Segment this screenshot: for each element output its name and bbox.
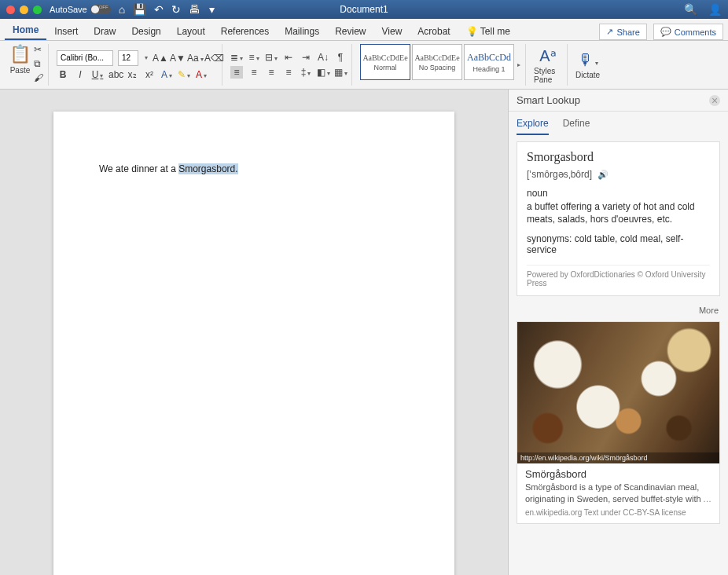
dict-pos: noun — [527, 188, 710, 199]
document-canvas[interactable]: We ate dinner at a Smorgasbord. — [0, 90, 508, 575]
grow-font-icon[interactable]: A▲ — [153, 53, 165, 64]
doc-text-selection[interactable]: Smorgasbord. — [178, 163, 237, 174]
styles-pane-button[interactable]: Aᵃ Styles Pane — [534, 46, 562, 84]
save-icon[interactable]: 💾 — [133, 3, 146, 16]
doc-text-prefix: We ate dinner at a — [99, 163, 178, 174]
font-size-select[interactable] — [118, 50, 138, 66]
font-color-icon[interactable]: A▾ — [195, 69, 208, 80]
subscript-button[interactable]: x₂ — [126, 69, 138, 80]
copy-icon[interactable]: ⧉ — [34, 58, 43, 69]
dictionary-card: Smorgasbord [ˈsmôrgəsˌbôrd] 🔊 noun a buf… — [517, 141, 720, 296]
wiki-card[interactable]: http://en.wikipedia.org/wiki/Smörgåsbord… — [517, 321, 720, 524]
strikethrough-button[interactable]: abc — [108, 69, 121, 80]
clear-format-icon[interactable]: A⌫ — [204, 53, 217, 64]
close-window-icon[interactable] — [6, 5, 15, 14]
tab-layout[interactable]: Layout — [169, 23, 213, 40]
speaker-icon[interactable]: 🔊 — [597, 170, 609, 179]
dict-synonyms: synonyms: cold table, cold meal, self-se… — [527, 233, 710, 255]
autosave-switch[interactable]: OFF — [90, 5, 111, 14]
align-center-icon[interactable]: ≡ — [248, 67, 260, 78]
style-no-spacing[interactable]: AaBbCcDdEe No Spacing — [412, 44, 462, 80]
format-painter-icon[interactable]: 🖌 — [34, 72, 43, 83]
tab-references[interactable]: References — [213, 23, 277, 40]
qat-dropdown-icon[interactable]: ▾ — [209, 3, 215, 16]
tab-view[interactable]: View — [374, 23, 410, 40]
shading-icon[interactable]: ◧▾ — [317, 67, 329, 78]
superscript-button[interactable]: x² — [143, 69, 156, 80]
style-heading1[interactable]: AaBbCcDd Heading 1 — [464, 44, 514, 80]
bulb-icon: 💡 — [466, 26, 478, 37]
underline-button[interactable]: U▾ — [91, 69, 104, 80]
document-page[interactable]: We ate dinner at a Smorgasbord. — [53, 112, 454, 575]
styles-gallery-dropdown-icon[interactable]: ▸ — [517, 61, 520, 68]
tab-insert[interactable]: Insert — [46, 23, 86, 40]
change-case-icon[interactable]: Aa▾ — [187, 53, 200, 64]
wiki-desc-text: Smörgåsbord is a type of Scandinavian me… — [525, 482, 701, 504]
dictate-button[interactable]: 🎙▾ Dictate — [575, 51, 600, 79]
highlight-icon[interactable]: ✎▾ — [178, 69, 190, 80]
wiki-more-icon[interactable]: … — [703, 493, 711, 505]
align-left-icon[interactable]: ≡ — [230, 66, 243, 79]
show-marks-icon[interactable]: ¶ — [334, 52, 347, 63]
style-normal[interactable]: AaBbCcDdEe Normal — [360, 44, 410, 80]
smart-lookup-tabs: Explore Define — [509, 112, 728, 135]
tab-design[interactable]: Design — [123, 23, 168, 40]
align-right-icon[interactable]: ≡ — [265, 67, 278, 78]
clipboard-icon: 📋 — [9, 44, 31, 64]
autosave-toggle[interactable]: AutoSave OFF — [50, 5, 111, 14]
share-button[interactable]: ↗Share — [599, 24, 646, 40]
wiki-image-caption: http://en.wikipedia.org/wiki/Smörgåsbord — [517, 452, 719, 463]
tab-mailings[interactable]: Mailings — [277, 23, 327, 40]
paste-button[interactable]: 📋 Paste — [9, 44, 31, 86]
tab-acrobat[interactable]: Acrobat — [410, 23, 458, 40]
tab-review[interactable]: Review — [327, 23, 373, 40]
style-normal-sample: AaBbCcDdEe — [361, 53, 410, 62]
shrink-font-icon[interactable]: A▼ — [170, 53, 182, 64]
dict-pron-text: [ˈsmôrgəsˌbôrd] — [527, 169, 592, 180]
styles-pane-label: Styles Pane — [534, 67, 562, 84]
styles-pane-icon: Aᵃ — [539, 46, 556, 65]
more-link[interactable]: More — [509, 302, 728, 318]
numbering-icon[interactable]: ≡▾ — [248, 52, 260, 63]
comments-label: Comments — [675, 27, 716, 37]
tab-define[interactable]: Define — [563, 118, 590, 135]
dictate-label: Dictate — [575, 71, 600, 79]
minimize-window-icon[interactable] — [20, 5, 28, 14]
multilevel-icon[interactable]: ⊟▾ — [265, 52, 278, 63]
tell-me-label: Tell me — [480, 26, 510, 37]
font-family-select[interactable] — [57, 50, 113, 66]
bullets-icon[interactable]: ≣▾ — [230, 52, 243, 63]
cut-icon[interactable]: ✂ — [34, 44, 43, 55]
print-icon[interactable]: 🖶 — [189, 3, 200, 16]
decrease-indent-icon[interactable]: ⇤ — [282, 52, 295, 63]
document-body[interactable]: We ate dinner at a Smorgasbord. — [99, 163, 238, 174]
paragraph-group: ≣▾ ≡▾ ⊟▾ ⇤ ⇥ A↓ ¶ ≡ ≡ ≡ ≡ ‡▾ ◧▾ ▦▾ — [226, 44, 352, 86]
wiki-photo-placeholder — [517, 322, 719, 463]
tab-explore[interactable]: Explore — [517, 118, 549, 135]
account-icon[interactable]: 👤 — [708, 3, 722, 16]
borders-icon[interactable]: ▦▾ — [334, 67, 347, 78]
justify-icon[interactable]: ≡ — [282, 67, 295, 78]
undo-icon[interactable]: ↶ — [154, 3, 164, 16]
line-spacing-icon[interactable]: ‡▾ — [300, 67, 312, 78]
increase-indent-icon[interactable]: ⇥ — [300, 52, 312, 63]
redo-icon[interactable]: ↻ — [171, 3, 181, 16]
search-icon[interactable]: 🔍 — [684, 3, 697, 16]
font-size-dropdown-icon[interactable]: ▾ — [145, 54, 148, 61]
text-effects-icon[interactable]: A▾ — [160, 69, 173, 80]
style-nospacing-label: No Spacing — [413, 64, 461, 71]
tab-draw[interactable]: Draw — [86, 23, 123, 40]
wiki-image: http://en.wikipedia.org/wiki/Smörgåsbord — [517, 322, 719, 463]
comments-button[interactable]: 💬Comments — [653, 24, 723, 40]
italic-button[interactable]: I — [74, 69, 86, 80]
close-icon[interactable]: × — [709, 95, 720, 106]
window-controls — [6, 5, 42, 14]
autosave-label: AutoSave — [50, 5, 87, 14]
home-icon[interactable]: ⌂ — [119, 3, 125, 16]
bold-button[interactable]: B — [57, 69, 69, 80]
sort-icon[interactable]: A↓ — [317, 52, 329, 63]
zoom-window-icon[interactable] — [33, 5, 42, 14]
ribbon-tabs: Home Insert Draw Design Layout Reference… — [0, 19, 728, 41]
tell-me[interactable]: 💡 Tell me — [458, 23, 518, 40]
tab-home[interactable]: Home — [5, 21, 46, 40]
